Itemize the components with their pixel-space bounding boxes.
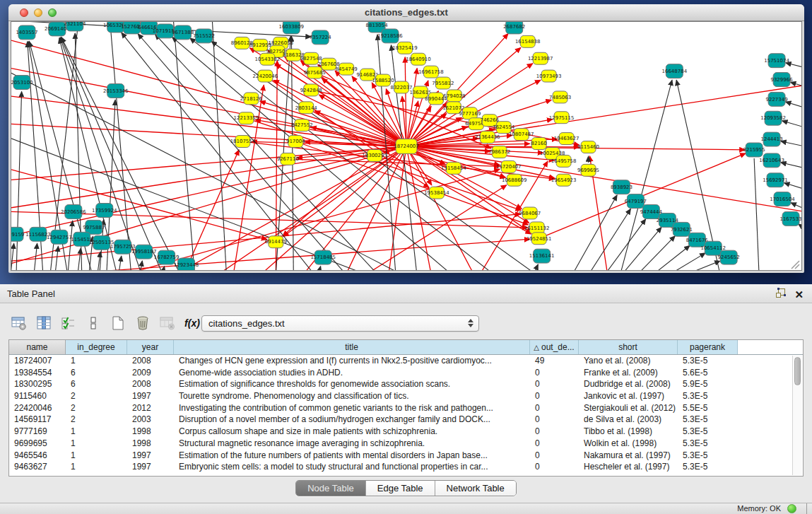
table-row[interactable]: 946362711997Embryonic stem cells: a mode…: [9, 461, 803, 473]
cell-pagerank[interactable]: 5.3E-5: [678, 450, 738, 462]
column-header-in-degree[interactable]: in_degree: [66, 340, 127, 354]
network-view-window[interactable]: citations_edges.txt 18724007140355720691…: [8, 4, 804, 273]
table-row[interactable]: 2242004622012Investigating the contribut…: [9, 402, 803, 414]
cell-out-de-[interactable]: 49: [530, 355, 579, 367]
cell-title[interactable]: Corpus callosum shape and size in male p…: [174, 426, 530, 438]
cell-name[interactable]: 19384554: [9, 367, 66, 379]
cell-pagerank[interactable]: 5.5E-5: [678, 402, 738, 414]
table-row[interactable]: 977716911998Corpus callosum shape and si…: [9, 426, 803, 438]
graph-edge[interactable]: [283, 160, 369, 236]
graph-node[interactable]: 2053100: [11, 76, 33, 90]
graph-edge[interactable]: [754, 158, 759, 270]
graph-node[interactable]: 16210643: [759, 153, 784, 168]
graph-node[interactable]: 917004: [286, 136, 305, 148]
column-header-out-de-[interactable]: △out_de...: [530, 340, 579, 354]
graph-edge[interactable]: [785, 102, 801, 107]
graph-node[interactable]: 15136141: [529, 249, 555, 263]
cell-out-de-[interactable]: 0: [530, 402, 579, 414]
tab-network-table[interactable]: Network Table: [435, 481, 516, 496]
graph-node[interactable]: 15720407: [496, 160, 522, 173]
table-chooser-select[interactable]: citations_edges.txt: [201, 315, 479, 332]
graph-node[interactable]: 1167533: [779, 211, 801, 226]
cell-out-de-[interactable]: 0: [530, 461, 579, 473]
graph-edge[interactable]: [781, 141, 801, 146]
graph-node[interactable]: 9115460: [577, 141, 599, 153]
function-builder-icon[interactable]: f(x): [184, 315, 200, 331]
cell-pagerank[interactable]: 5.9E-5: [678, 378, 738, 390]
cell-out-de-[interactable]: 0: [530, 438, 579, 450]
cell-year[interactable]: 2009: [127, 367, 174, 379]
cell-pagerank[interactable]: 5.3E-5: [678, 355, 738, 367]
cell-out-de-[interactable]: 0: [530, 450, 579, 462]
cell-out-de-[interactable]: 0: [530, 367, 579, 379]
cell-short[interactable]: Franke et al. (2009): [579, 367, 678, 379]
cell-out-de-[interactable]: 0: [530, 414, 579, 426]
graph-node[interactable]: 16961758: [418, 66, 444, 78]
show-columns-icon[interactable]: [36, 315, 52, 331]
graph-node[interactable]: 7515522: [193, 29, 215, 43]
cell-in-degree[interactable]: 1: [66, 461, 127, 473]
graph-node[interactable]: 7955812: [432, 77, 454, 89]
cell-pagerank[interactable]: 5.3E-5: [678, 426, 738, 438]
table-panel-header[interactable]: Table Panel ✕: [0, 284, 812, 303]
graph-node[interactable]: 9227349: [766, 92, 788, 106]
graph-edge[interactable]: [799, 224, 801, 229]
float-panel-icon[interactable]: [775, 288, 786, 301]
graph-node[interactable]: 9671388: [172, 25, 194, 40]
cell-year[interactable]: 1997: [127, 390, 174, 402]
cell-year[interactable]: 1997: [127, 461, 174, 473]
cell-out-de-[interactable]: 0: [530, 378, 579, 390]
graph-edge[interactable]: [11, 134, 367, 270]
cell-short[interactable]: Stergiakouli et al. (2012): [579, 402, 678, 414]
cell-in-degree[interactable]: 6: [66, 378, 127, 390]
cell-year[interactable]: 2008: [127, 355, 174, 367]
graph-node[interactable]: 19463627: [554, 133, 579, 145]
cell-short[interactable]: Hescheler et al. (1997): [579, 461, 678, 473]
graph-node[interactable]: 8215955: [743, 143, 765, 157]
table-row[interactable]: 911546021997Tourette syndrome. Phenomeno…: [9, 390, 803, 402]
graph-node[interactable]: 82160: [531, 138, 547, 150]
cell-in-degree[interactable]: 1: [66, 450, 127, 462]
cell-title[interactable]: Estimation of the future numbers of pati…: [174, 450, 530, 462]
graph-edge[interactable]: [11, 170, 267, 240]
graph-node[interactable]: 7485063: [549, 91, 571, 103]
graph-edge[interactable]: [212, 22, 226, 270]
cell-pagerank[interactable]: 5.3E-5: [678, 390, 738, 402]
graph-edge[interactable]: [318, 267, 320, 270]
cell-pagerank[interactable]: 5.3E-5: [678, 438, 738, 450]
graph-edge[interactable]: [784, 183, 801, 189]
graph-node[interactable]: 1403557: [16, 25, 37, 40]
graph-edge[interactable]: [405, 57, 406, 139]
cell-short[interactable]: Yano et al. (2008): [579, 355, 678, 367]
cell-name[interactable]: 9115460: [9, 390, 66, 402]
cell-title[interactable]: Disruption of a novel member of a sodium…: [174, 414, 530, 426]
graph-edge[interactable]: [669, 253, 705, 270]
memory-ok-icon[interactable]: [787, 504, 796, 513]
cell-short[interactable]: Wolkin et al. (1998): [579, 438, 678, 450]
cell-name[interactable]: 22420046: [9, 402, 66, 414]
table-row[interactable]: 1830029562008Estimation of significance …: [9, 378, 803, 390]
cell-name[interactable]: 9465546: [9, 450, 66, 462]
table-row[interactable]: 1872400712008Changes of HCN gene express…: [9, 355, 803, 367]
table-row[interactable]: 1456911722003Disruption of a novel membe…: [9, 414, 803, 426]
cell-short[interactable]: Tibbo et al. (1998): [579, 426, 678, 438]
graph-node[interactable]: 16033809: [279, 22, 305, 34]
graph-edge[interactable]: [119, 256, 122, 270]
graph-edge[interactable]: [782, 121, 801, 127]
cell-year[interactable]: 2003: [127, 414, 174, 426]
graph-edge[interactable]: [78, 248, 81, 270]
graph-node[interactable]: 8938923: [611, 180, 632, 194]
graph-node[interactable]: 6914479: [265, 236, 287, 248]
graph-node[interactable]: 15751074: [764, 54, 789, 68]
graph-edge[interactable]: [637, 236, 675, 270]
cell-in-degree[interactable]: 6: [66, 367, 127, 379]
cell-title[interactable]: Embryonic stem cells: a model to study s…: [174, 461, 530, 473]
cell-year[interactable]: 1997: [127, 450, 174, 462]
graph-node[interactable]: 19524851: [526, 233, 552, 245]
graph-node[interactable]: 2321104: [64, 22, 86, 31]
cell-name[interactable]: 9699695: [9, 438, 66, 450]
graph-node[interactable]: 16154838: [515, 35, 541, 47]
graph-node[interactable]: 17016504: [770, 192, 795, 206]
cell-out-de-[interactable]: 0: [530, 426, 579, 438]
vertical-scrollbar[interactable]: [792, 356, 802, 475]
